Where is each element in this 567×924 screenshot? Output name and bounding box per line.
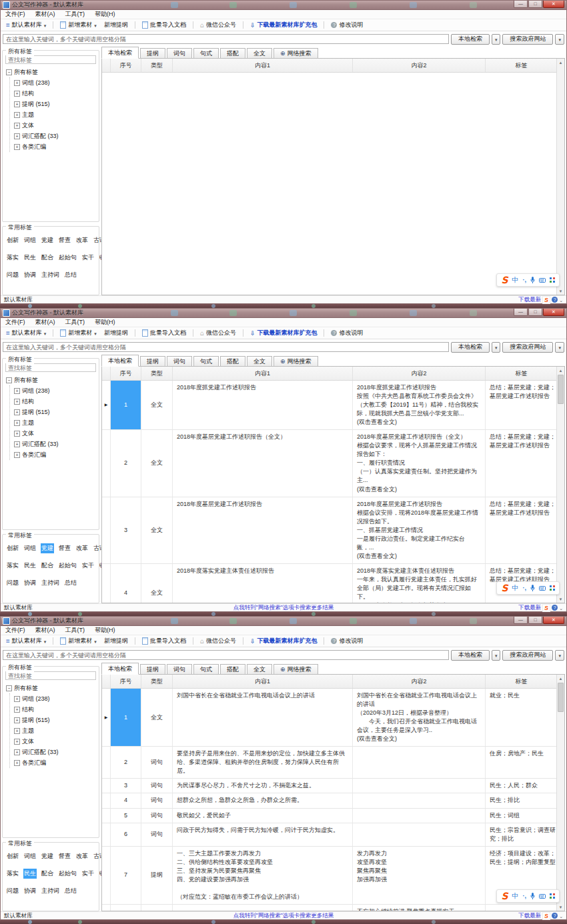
expand-icon[interactable] (14, 388, 20, 394)
library-selector-button[interactable]: 默认素材库 (4, 636, 48, 646)
add-outline-button[interactable]: 新增提纲 (102, 20, 130, 30)
tree-item[interactable]: 结构 (14, 88, 96, 99)
local-search-button[interactable]: 本地检索 (451, 650, 490, 661)
menu-file[interactable]: 文件(F) (5, 626, 25, 635)
toolbox-grid-icon[interactable] (550, 893, 555, 899)
sogou-mini-icon[interactable] (542, 604, 550, 612)
add-material-button[interactable]: 新增素材 (58, 328, 99, 338)
close-button[interactable]: ✕ (543, 617, 564, 624)
common-tag[interactable]: 落实 (6, 253, 19, 263)
expand-icon[interactable] (14, 101, 20, 107)
tree-item[interactable]: 结构 (14, 704, 96, 715)
local-search-dropdown-button[interactable] (492, 342, 501, 353)
scroll-down-icon[interactable] (557, 287, 564, 295)
common-tag[interactable]: 实干 (81, 869, 95, 879)
more-results-link[interactable]: 点我转到"网络搜索"选项卡搜索更多结果 (233, 912, 334, 920)
tab-outline[interactable]: 提纲 (140, 664, 165, 675)
expand-icon[interactable] (14, 133, 20, 139)
toolbox-grid-icon[interactable] (550, 585, 555, 591)
column-header-c1[interactable]: 内容1 (173, 59, 353, 72)
common-tag[interactable]: 民生 (23, 561, 37, 571)
download-pack-button[interactable]: 下载最新素材库扩充包 (248, 20, 320, 30)
add-outline-button[interactable]: 新增提纲 (102, 636, 130, 646)
keyboard-icon[interactable] (539, 894, 546, 899)
common-tag[interactable]: 协调 (23, 886, 37, 896)
punctuation-icon[interactable] (523, 585, 527, 591)
collapse-icon[interactable] (6, 377, 12, 383)
sogou-mini-icon[interactable] (542, 296, 550, 304)
tree-item[interactable]: 提纲 (515) (14, 407, 96, 417)
expand-icon[interactable] (14, 452, 20, 458)
tree-item[interactable]: 主题 (14, 109, 96, 120)
table-row[interactable]: 5词句敬民如父，爱民如子民生；词组 (102, 809, 564, 823)
tab-web-search[interactable]: 网络搜索 (273, 356, 318, 367)
chinese-mode-icon[interactable] (512, 891, 519, 901)
common-tag[interactable]: 协调 (23, 270, 37, 280)
common-tag[interactable]: 起始句 (58, 869, 77, 879)
title-bar[interactable]: 公文写作神器 - 默认素材库 — □ ✕ (1, 1, 566, 10)
maximize-button[interactable]: □ (528, 617, 542, 624)
column-header-c1[interactable]: 内容1 (173, 367, 353, 380)
gov-search-dropdown-button[interactable] (555, 34, 564, 45)
common-tag[interactable]: 总结 (64, 886, 77, 896)
tab-local-search[interactable]: 本地检索 (101, 47, 139, 59)
menu-help[interactable]: 帮助(H) (95, 10, 115, 19)
tree-item[interactable]: 各类汇编 (14, 141, 96, 152)
tab-local-search[interactable]: 本地检索 (101, 355, 139, 367)
toolbox-grid-icon[interactable] (550, 277, 555, 283)
punctuation-icon[interactable] (523, 893, 527, 899)
expand-icon[interactable] (14, 728, 20, 734)
common-tag[interactable]: 词组 (23, 235, 37, 245)
maximize-button[interactable]: □ (528, 1, 542, 8)
common-tag[interactable]: 党建 (41, 543, 54, 553)
expand-icon[interactable] (14, 420, 20, 426)
table-row[interactable]: 4全文2018年度落实党建主体责任述职报告2018年度落实党建主体责任述职报告 … (102, 564, 564, 603)
tree-item[interactable]: 词组 (238) (14, 77, 96, 88)
column-header-c2[interactable]: 内容2 (353, 59, 486, 72)
close-button[interactable]: ✕ (543, 1, 564, 8)
tree-item[interactable]: 文体 (14, 120, 96, 131)
common-tag[interactable]: 实干 (81, 253, 95, 263)
column-header-tags[interactable]: 标签 (486, 59, 557, 72)
menu-file[interactable]: 文件(F) (5, 318, 25, 327)
tree-item[interactable]: 词汇搭配 (33) (14, 131, 96, 141)
expand-icon[interactable] (14, 399, 20, 405)
gov-search-button[interactable]: 搜索政府网站 (502, 650, 553, 661)
common-tag[interactable]: 主持词 (41, 270, 60, 280)
download-pack-button[interactable]: 下载最新素材库扩充包 (248, 636, 320, 646)
tree-item[interactable]: 结构 (14, 396, 96, 407)
scroll-down-icon[interactable] (557, 595, 564, 603)
tab-web-search[interactable]: 网络搜索 (273, 48, 318, 59)
help-mini-icon[interactable] (552, 297, 558, 303)
column-header-type[interactable]: 类型 (141, 367, 173, 380)
tab-local-search[interactable]: 本地检索 (101, 663, 139, 675)
tab-sentence-pattern[interactable]: 句式 (193, 356, 219, 367)
collapse-icon[interactable] (6, 685, 12, 691)
tab-sentence-pattern[interactable]: 句式 (193, 48, 219, 59)
common-tag[interactable]: 词组 (23, 851, 37, 861)
scroll-down-icon[interactable] (557, 903, 564, 911)
local-search-button[interactable]: 本地检索 (451, 342, 490, 353)
scroll-up-icon[interactable] (557, 59, 564, 66)
tab-phrases[interactable]: 词句 (167, 356, 192, 367)
common-tag[interactable]: 主持词 (41, 578, 60, 588)
column-header-type[interactable]: 类型 (141, 675, 173, 688)
local-search-button[interactable]: 本地检索 (451, 34, 490, 45)
gov-search-button[interactable]: 搜索政府网站 (502, 342, 553, 353)
gov-search-dropdown-button[interactable] (555, 342, 564, 353)
sogou-mini-icon[interactable] (542, 912, 550, 920)
find-tag-input[interactable] (5, 363, 96, 372)
changelog-button[interactable]: 修改说明 (329, 636, 365, 646)
common-tag[interactable]: 党建 (41, 851, 54, 861)
vertical-scrollbar[interactable] (556, 675, 564, 911)
library-selector-button[interactable]: 默认素材库 (4, 328, 48, 338)
column-header-tags[interactable]: 标签 (486, 675, 557, 688)
table-row[interactable]: 7提纲一、三大主题工作要发力再发力 二、供给侧结构性改革要攻坚再攻坚 三、坚持发… (102, 847, 564, 905)
common-tag[interactable]: 总结 (64, 270, 77, 280)
status-download-link[interactable]: 下载最新 (518, 296, 541, 304)
tree-item[interactable]: 提纲 (515) (14, 715, 96, 725)
common-tag[interactable]: 总结 (64, 578, 77, 588)
scrollbar-thumb[interactable] (558, 375, 564, 404)
minimize-button[interactable]: — (514, 1, 528, 8)
tree-item[interactable]: 各类汇编 (14, 449, 96, 460)
